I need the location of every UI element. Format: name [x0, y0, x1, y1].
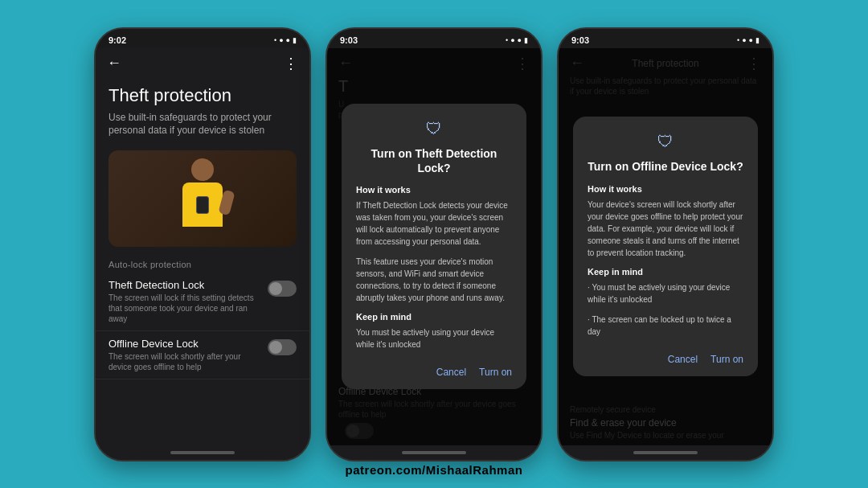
confirm-button-3[interactable]: Turn on: [710, 354, 743, 365]
watermark: patreon.com/MishaalRahman: [0, 463, 868, 477]
bluetooth-icon-2: •: [506, 36, 508, 44]
status-icons-2: • ● ● ▮: [506, 36, 528, 44]
phone2-content: ← ⋮ T Up 🛡 Turn on Theft Detection Lock?…: [327, 48, 541, 445]
keep-in-mind-label-2: Keep in mind: [356, 312, 512, 322]
dialog-body1-2: If Theft Detection Lock detects your dev…: [356, 199, 512, 248]
offline-device-dialog: 🛡 Turn on Offline Device Lock? How it wo…: [573, 117, 758, 375]
dialog-shield-icon-2: 🛡: [356, 120, 512, 138]
back-button-1[interactable]: ←: [107, 55, 121, 72]
dialog-bullet1-3: · You must be actively using your device…: [588, 281, 743, 306]
signal-icon: ●: [286, 36, 290, 44]
home-indicator-2: [402, 451, 466, 454]
theft-detection-title: Theft Detection Lock: [108, 279, 261, 291]
dialog-body2-2: This feature uses your device's motion s…: [356, 256, 512, 304]
person-body: [182, 182, 223, 227]
wifi-icon-3: ●: [742, 36, 746, 44]
keep-in-mind-label-3: Keep in mind: [588, 267, 743, 277]
how-it-works-label-3: How it works: [588, 184, 743, 194]
confirm-button-2[interactable]: Turn on: [479, 367, 512, 378]
dialog-overlay-3: 🛡 Turn on Offline Device Lock? How it wo…: [559, 48, 772, 445]
dialog-buttons-2: Cancel Turn on: [356, 360, 512, 378]
offline-device-setting[interactable]: Offline Device Lock The screen will lock…: [96, 331, 309, 379]
status-icons-3: • ● ● ▮: [737, 36, 760, 44]
dialog-title-3: Turn on Offline Device Lock?: [588, 159, 743, 174]
person-phone: [196, 196, 209, 214]
wifi-icon: ●: [279, 36, 283, 44]
offline-device-toggle[interactable]: [268, 339, 297, 355]
phone3-content: ← Theft protection ⋮ Use built-in safegu…: [559, 48, 772, 445]
menu-button-1[interactable]: ⋮: [284, 55, 298, 72]
dialog-buttons-3: Cancel Turn on: [588, 347, 743, 365]
phone1-header: ← ⋮: [96, 48, 309, 79]
status-time-2: 9:03: [340, 35, 358, 45]
bluetooth-icon: •: [274, 36, 276, 44]
phone-2: 9:03 • ● ● ▮ ← ⋮ T Up 🛡: [326, 27, 542, 461]
status-time-3: 9:03: [571, 35, 589, 45]
signal-icon-2: ●: [518, 36, 522, 44]
phone1-title: Theft protection: [96, 79, 309, 111]
phone-1: 9:02 • ● ● ▮ ← ⋮ Theft protection Use bu…: [94, 27, 311, 461]
phone-3: 9:03 • ● ● ▮ ← Theft protection ⋮ Use bu…: [557, 27, 774, 461]
person-arm: [218, 190, 235, 216]
cancel-button-2[interactable]: Cancel: [436, 367, 466, 378]
battery-icon: ▮: [293, 36, 297, 44]
bluetooth-icon-3: •: [737, 36, 739, 44]
status-time-1: 9:02: [108, 35, 126, 45]
battery-icon-2: ▮: [524, 36, 528, 44]
theft-detection-setting[interactable]: Theft Detection Lock The screen will loc…: [96, 273, 309, 331]
dialog-shield-icon-3: 🛡: [588, 133, 743, 151]
offline-device-title: Offline Device Lock: [108, 338, 261, 350]
dialog-body3-2: You must be actively using your device w…: [356, 326, 512, 351]
status-icons-1: • ● ● ▮: [274, 36, 297, 44]
dialog-bullet2-3: · The screen can be locked up to twice a…: [588, 314, 743, 338]
phone1-content: ← ⋮ Theft protection Use built-in safegu…: [96, 48, 309, 445]
phones-container: 9:02 • ● ● ▮ ← ⋮ Theft protection Use bu…: [0, 0, 868, 488]
dialog-body1-3: Your device's screen will lock shortly a…: [588, 199, 743, 259]
section-label-1: Auto-lock protection: [96, 255, 309, 273]
status-bar-3: 9:03 • ● ● ▮: [559, 29, 772, 48]
phone1-bottom-bar: [96, 445, 309, 460]
dialog-overlay-2: 🛡 Turn on Theft Detection Lock? How it w…: [327, 48, 541, 445]
home-indicator-3: [633, 451, 698, 454]
dialog-title-2: Turn on Theft Detection Lock?: [356, 146, 512, 175]
how-it-works-label-2: How it works: [356, 185, 512, 195]
person-head: [191, 158, 214, 181]
battery-icon-3: ▮: [755, 36, 760, 44]
offline-device-desc: The screen will lock shortly after your …: [108, 351, 261, 372]
phone2-bottom-bar: [327, 445, 541, 460]
home-indicator-1: [170, 451, 235, 454]
person-illustration: [174, 158, 231, 239]
theft-detection-dialog: 🛡 Turn on Theft Detection Lock? How it w…: [342, 104, 526, 389]
wifi-icon-2: ●: [510, 36, 514, 44]
cancel-button-3[interactable]: Cancel: [668, 354, 698, 365]
theft-detection-desc: The screen will lock if this setting det…: [108, 293, 261, 324]
signal-icon-3: ●: [749, 36, 753, 44]
phone1-subtitle: Use built-in safeguards to protect your …: [96, 111, 309, 146]
phone3-bottom-bar: [559, 445, 772, 460]
theft-detection-toggle[interactable]: [268, 281, 297, 297]
phone1-illustration: [108, 150, 297, 247]
status-bar-2: 9:03 • ● ● ▮: [327, 29, 541, 48]
status-bar-1: 9:02 • ● ● ▮: [96, 29, 309, 48]
